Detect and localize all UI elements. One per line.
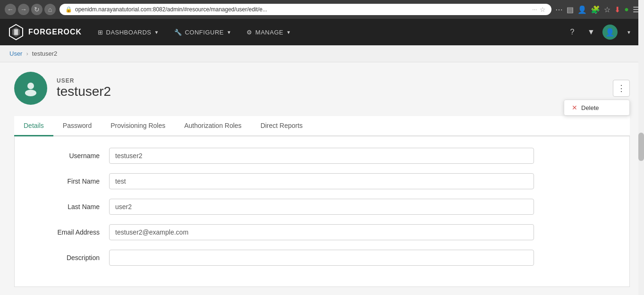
extensions2-icon: 🧩 <box>591 5 600 14</box>
tab-direct-reports[interactable]: Direct Reports <box>251 116 312 136</box>
scrollbar-track <box>638 0 644 295</box>
brand: FORGEROCK <box>8 24 82 41</box>
user-avatar-icon <box>22 80 39 97</box>
delete-icon: ✕ <box>572 104 577 111</box>
delete-label: Delete <box>581 104 599 111</box>
manage-icon: ⚙ <box>246 29 253 36</box>
tab-provisioning-roles[interactable]: Provisioning Roles <box>101 116 175 136</box>
url-text: openidm.narayanatutorial.com:8082/admin/… <box>75 6 529 13</box>
tab-details[interactable]: Details <box>14 116 53 136</box>
username-label: Username <box>34 152 109 160</box>
last-name-group: Last Name <box>34 199 610 215</box>
vpn-icon: ● <box>624 5 629 14</box>
browser-nav-buttons: ← → ↻ ⌂ <box>5 4 56 15</box>
scrollbar-thumb[interactable] <box>638 133 644 161</box>
header-actions: ⋮ ✕ Delete <box>613 80 630 97</box>
ellipsis-icon: ··· <box>532 6 537 13</box>
home-button[interactable]: ⌂ <box>44 4 56 15</box>
breadcrumb-parent-link[interactable]: User <box>9 50 22 57</box>
tab-authorization-roles[interactable]: Authorization Roles <box>175 116 251 136</box>
brand-name: FORGEROCK <box>28 28 82 36</box>
back-button[interactable]: ← <box>5 4 16 15</box>
nav-items: ⊞ DASHBOARDS ▼ 🔧 CONFIGURE ▼ ⚙ MANAGE ▼ <box>91 25 565 40</box>
forgerock-logo <box>8 24 25 41</box>
form-container: Username First Name Last Name Email Addr… <box>14 136 630 287</box>
forward-button[interactable]: → <box>18 4 29 15</box>
dashboards-caret: ▼ <box>154 30 159 35</box>
configure-icon: 🔧 <box>174 29 182 36</box>
dashboards-icon: ⊞ <box>98 29 103 36</box>
configure-caret: ▼ <box>227 30 231 35</box>
browser-toolbar-icons: ⋯ ▤ 👤 🧩 ☆ ⬇ ● ☰ <box>555 5 639 14</box>
last-name-label: Last Name <box>34 203 109 211</box>
sidebar-icon: ▤ <box>567 5 574 14</box>
svg-point-3 <box>27 83 34 89</box>
delete-menu-item[interactable]: ✕ Delete <box>564 100 629 115</box>
breadcrumb: User › testuser2 <box>0 45 644 62</box>
description-input[interactable] <box>109 250 534 266</box>
main-content: USER testuser2 ⋮ ✕ Delete Details Passwo… <box>0 62 644 295</box>
user-type-label: USER <box>57 77 111 84</box>
email-group: Email Address <box>34 224 610 240</box>
first-name-group: First Name <box>34 173 610 189</box>
notifications-button[interactable]: ▼ <box>584 25 599 40</box>
manage-caret: ▼ <box>286 30 291 35</box>
user-info: USER testuser2 <box>57 77 111 99</box>
username-input[interactable] <box>109 148 534 164</box>
user-avatar-large <box>14 72 47 105</box>
user-header: USER testuser2 ⋮ ✕ Delete <box>14 72 630 105</box>
user-display-name: testuser2 <box>57 84 111 99</box>
nav-manage[interactable]: ⚙ MANAGE ▼ <box>240 25 297 40</box>
description-group: Description <box>34 250 610 266</box>
extensions-icon: ⋯ <box>555 5 563 14</box>
help-button[interactable]: ? <box>565 25 580 40</box>
breadcrumb-separator: › <box>26 50 28 57</box>
bookmark2-icon: ☆ <box>604 5 610 14</box>
breadcrumb-current: testuser2 <box>32 50 57 57</box>
user-menu-avatar[interactable]: 👤 <box>602 25 618 40</box>
security-icon: 🔒 <box>65 6 72 13</box>
refresh-button[interactable]: ↻ <box>31 4 42 15</box>
navbar-right: ? ▼ 👤 ▼ <box>565 25 636 40</box>
username-group: Username <box>34 148 610 164</box>
user-menu-caret[interactable]: ▼ <box>621 25 636 40</box>
download-icon: ⬇ <box>614 5 620 14</box>
svg-point-4 <box>25 90 36 96</box>
tabs-bar: Details Password Provisioning Roles Auth… <box>14 116 630 136</box>
nav-configure[interactable]: 🔧 CONFIGURE ▼ <box>168 25 238 40</box>
tab-password[interactable]: Password <box>53 116 101 136</box>
address-bar[interactable]: 🔒 openidm.narayanatutorial.com:8082/admi… <box>59 4 551 15</box>
email-input[interactable] <box>109 224 534 240</box>
email-label: Email Address <box>34 228 109 236</box>
svg-marker-2 <box>14 29 18 35</box>
nav-dashboards[interactable]: ⊞ DASHBOARDS ▼ <box>91 25 166 40</box>
bookmark-icon: ☆ <box>540 6 546 13</box>
kebab-menu-button[interactable]: ⋮ <box>613 80 630 97</box>
last-name-input[interactable] <box>109 199 534 215</box>
navbar: FORGEROCK ⊞ DASHBOARDS ▼ 🔧 CONFIGURE ▼ ⚙… <box>0 19 644 45</box>
first-name-input[interactable] <box>109 173 534 189</box>
first-name-label: First Name <box>34 177 109 185</box>
account-icon: 👤 <box>577 5 587 14</box>
description-label: Description <box>34 254 109 261</box>
browser-chrome: ← → ↻ ⌂ 🔒 openidm.narayanatutorial.com:8… <box>0 0 644 19</box>
dropdown-menu: ✕ Delete <box>564 100 630 116</box>
